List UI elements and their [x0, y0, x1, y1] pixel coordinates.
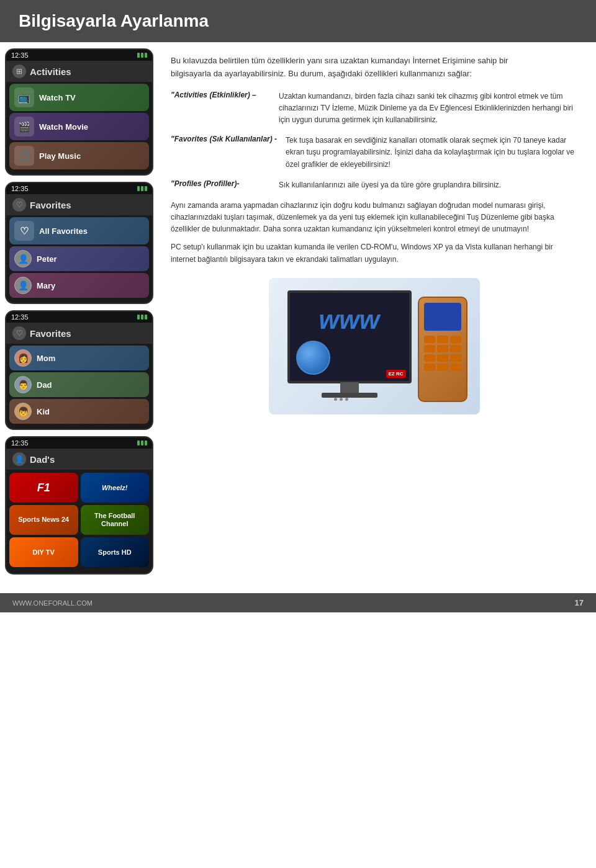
intro-paragraph: Bu kılavuzda belirtilen tüm özelliklerin… — [171, 55, 577, 81]
globe-image — [296, 341, 330, 375]
battery-icon-3 — [137, 315, 147, 320]
channel-grid: F1 Wheelz! Sports News 24 The Football C… — [6, 470, 152, 570]
dads-icon: 👤 — [12, 452, 26, 466]
channel-wheelz[interactable]: Wheelz! — [81, 473, 150, 503]
dad-avatar: 👨 — [14, 376, 32, 393]
remote-screen — [424, 303, 461, 331]
all-fav-icon: ♡ — [14, 221, 34, 241]
profiles-section-body: Sık kullanılanlarınızı aile üyesi ya da … — [279, 179, 501, 191]
time-2: 12:35 — [11, 185, 29, 192]
monitor-illustration: www EZ RC — [275, 284, 474, 408]
section-activities: "Activities (Etkinlikler) – Uzaktan kuma… — [171, 91, 577, 127]
activities-title: Activities — [30, 66, 71, 77]
watch-movie-label: Watch Movie — [39, 122, 88, 132]
menu-item-play-music[interactable]: 🎵 Play Music — [9, 142, 149, 169]
menu-item-watch-movie[interactable]: 🎬 Watch Movie — [9, 113, 149, 140]
menu-item-all-favorites[interactable]: ♡ All Favorites — [9, 217, 149, 244]
section-profiles: "Profiles (Profiller)- Sık kullanılanlar… — [171, 179, 577, 191]
monitor-screen: www EZ RC — [287, 290, 412, 383]
phone-favorites-1: 12:35 ♡ Favorites ♡ All Favorites 👤 — [5, 182, 153, 304]
favorites-title-2: Favorites — [30, 328, 71, 339]
mary-avatar: 👤 — [14, 277, 32, 294]
menu-item-kid[interactable]: 👦 Kid — [9, 399, 149, 424]
peter-avatar: 👤 — [14, 250, 32, 267]
dads-title: Dad's — [30, 454, 55, 465]
time-4: 12:35 — [11, 439, 29, 447]
menu-item-watch-tv[interactable]: 📺 Watch TV — [9, 84, 149, 111]
favorites-title-1: Favorites — [30, 200, 71, 210]
phone-favorites-2: 12:35 ♡ Favorites 👩 Mom 👨 Dad — [5, 310, 153, 430]
ez-rc-badge: EZ RC — [386, 370, 406, 378]
main-content: 12:35 ⊞ Activities 📺 Watch TV 🎬 — [0, 42, 596, 581]
favorites-section-label: "Favorites (Sık Kullanılanlar) - — [171, 135, 277, 171]
extra-paragraph-2: PC setup'ı kullanmak için bu uzaktan kum… — [171, 241, 577, 265]
music-icon: 🎵 — [14, 146, 34, 166]
left-column: 12:35 ⊞ Activities 📺 Watch TV 🎬 — [0, 42, 158, 581]
page-title: Bilgisayarla Ayarlanma — [19, 11, 577, 31]
mom-label: Mom — [37, 354, 55, 363]
dad-label: Dad — [37, 380, 52, 390]
activities-icon: ⊞ — [12, 65, 26, 78]
kid-label: Kid — [37, 407, 50, 416]
phone-dads: 12:35 👤 Dad's F1 Wheelz! — [5, 436, 153, 575]
battery-icon-1 — [137, 53, 147, 58]
status-bar-4: 12:35 — [6, 437, 152, 449]
movie-icon: 🎬 — [14, 117, 34, 136]
phone-header-2: ♡ Favorites — [6, 194, 152, 215]
profiles-section-label: "Profiles (Profiller)- — [171, 179, 270, 191]
page-footer: WWW.ONEFORALL.COM 17 — [0, 593, 596, 612]
kid-avatar: 👦 — [14, 403, 32, 420]
phone-header-3: ♡ Favorites — [6, 323, 152, 344]
extra-paragraph-1: Aynı zamanda arama yapmadan cihazlarınız… — [171, 200, 577, 236]
www-text: www — [318, 305, 379, 335]
footer-url: WWW.ONEFORALL.COM — [12, 599, 93, 607]
setup-image-area: www EZ RC — [171, 278, 577, 414]
section-favorites: "Favorites (Sık Kullanılanlar) - Tek tuş… — [171, 135, 577, 171]
phone-header-1: ⊞ Activities — [6, 61, 152, 82]
phone-header-4: 👤 Dad's — [6, 449, 152, 470]
remote-device — [418, 297, 467, 402]
footer-page: 17 — [575, 598, 584, 607]
menu-item-peter[interactable]: 👤 Peter — [9, 246, 149, 271]
setup-image: www EZ RC — [269, 278, 480, 414]
tv-icon: 📺 — [14, 87, 34, 107]
peter-label: Peter — [37, 254, 57, 264]
time-3: 12:35 — [11, 313, 29, 321]
mom-avatar: 👩 — [14, 349, 32, 367]
page-header: Bilgisayarla Ayarlanma — [0, 0, 596, 42]
status-bar-2: 12:35 — [6, 183, 152, 194]
activities-section-body: Uzaktan kumandanızı, birden fazla cihazı… — [279, 91, 577, 127]
activities-section-label: "Activities (Etkinlikler) – — [171, 91, 270, 127]
time-1: 12:35 — [11, 51, 29, 59]
status-bar-3: 12:35 — [6, 311, 152, 323]
menu-item-dad[interactable]: 👨 Dad — [9, 372, 149, 397]
favorites-icon-1: ♡ — [12, 198, 26, 212]
phone-activities: 12:35 ⊞ Activities 📺 Watch TV 🎬 — [5, 48, 153, 176]
channel-diytv[interactable]: DIY TV — [9, 537, 78, 567]
play-music-label: Play Music — [39, 151, 81, 161]
monitor-dots — [334, 398, 348, 401]
mary-label: Mary — [37, 281, 55, 290]
all-favorites-label: All Favorites — [39, 226, 88, 236]
battery-icon-2 — [137, 186, 147, 191]
favorites-icon-2: ♡ — [12, 326, 26, 340]
channel-sports24[interactable]: Sports News 24 — [9, 505, 78, 535]
remote-buttons — [419, 333, 466, 374]
channel-football[interactable]: The Football Channel — [81, 505, 150, 535]
right-column: Bu kılavuzda belirtilen tüm özelliklerin… — [158, 42, 596, 581]
channel-f1[interactable]: F1 — [9, 473, 78, 503]
battery-icon-4 — [137, 441, 147, 445]
monitor-base — [322, 393, 377, 398]
watch-tv-label: Watch TV — [39, 93, 76, 102]
menu-item-mom[interactable]: 👩 Mom — [9, 346, 149, 370]
favorites-section-body: Tek tuşa basarak en sevdiğiniz kanalları… — [286, 135, 577, 171]
channel-sportshd[interactable]: Sports HD — [81, 537, 150, 567]
menu-item-mary[interactable]: 👤 Mary — [9, 273, 149, 298]
status-bar-1: 12:35 — [6, 50, 152, 61]
